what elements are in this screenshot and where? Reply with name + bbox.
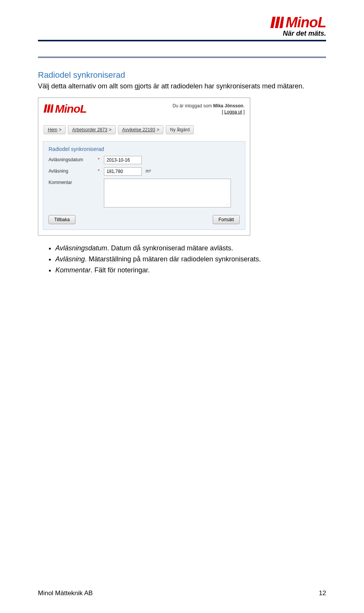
app-screenshot: MinoL Du är inloggad som Mika Jönsson. [… (38, 97, 250, 236)
user-suffix: . (243, 103, 245, 108)
breadcrumb: Hem > Arbetsorder 2873 > Avvikelse 22193… (38, 117, 250, 139)
list-item: Avläsning. Mätarställning på mätaren där… (55, 254, 326, 264)
logout-link[interactable]: Logga ut (224, 109, 242, 115)
header-rule-thin (38, 57, 326, 58)
label-reading-date: Avläsningsdatum (49, 156, 98, 162)
chevron-right-icon: > (109, 127, 111, 132)
logo-stripes-icon (270, 17, 284, 28)
required-marker (98, 179, 104, 180)
required-marker: * (98, 167, 104, 174)
list-item: Kommentar. Fält för noteringar. (55, 265, 326, 275)
section-title: Radiodel synkroniserad (38, 70, 326, 80)
comment-input[interactable] (104, 179, 231, 207)
breadcrumb-label: Hem (48, 127, 57, 132)
svg-marker-1 (275, 17, 280, 28)
svg-marker-3 (44, 104, 47, 113)
bullet-term: Avläsning (55, 255, 85, 263)
svg-marker-4 (47, 104, 51, 113)
breadcrumb-label: Arbetsorder 2873 (72, 127, 107, 132)
required-marker: * (98, 156, 104, 162)
reading-input[interactable] (104, 167, 142, 176)
chevron-right-icon: > (59, 127, 61, 132)
form-title: Radiodel synkroniserad (49, 146, 240, 152)
breadcrumb-label: Avvikelse 22193 (122, 127, 155, 132)
resize-grip-icon[interactable]: ⋰ (226, 203, 229, 207)
svg-marker-0 (270, 17, 276, 28)
svg-marker-5 (50, 104, 53, 113)
app-logo-text: MinoL (55, 102, 86, 115)
chevron-right-icon: > (157, 127, 159, 132)
logo-tagline: När det mäts. (270, 30, 326, 38)
logo-stripes-icon (44, 104, 53, 114)
svg-marker-2 (279, 17, 284, 28)
next-button[interactable]: Fortsätt (213, 215, 240, 224)
section-description: Välj detta alternativ om allt som gjorts… (38, 82, 326, 91)
page-footer: Minol Mätteknik AB 12 (38, 589, 326, 597)
breadcrumb-item[interactable]: Ny åtgärd (166, 125, 194, 134)
logo-text: MinoL (286, 15, 326, 30)
bullet-term: Avläsningsdatum (55, 244, 107, 252)
logout-bracket-open: [ (222, 109, 223, 115)
header-rule-thick (38, 40, 326, 41)
logout-bracket-close: ] (243, 109, 245, 115)
bullet-desc: . Datum då synkroniserad mätare avlästs. (107, 244, 233, 252)
breadcrumb-label: Ny åtgärd (170, 127, 190, 132)
list-item: Avläsningsdatum. Datum då synkroniserad … (55, 243, 326, 253)
reading-date-input[interactable] (104, 156, 142, 164)
bullet-desc: . Fält för noteringar. (91, 266, 150, 274)
page-header: MinoL När det mäts. (38, 15, 326, 38)
breadcrumb-item[interactable]: Arbetsorder 2873 > (68, 125, 116, 134)
label-reading: Avläsning (49, 167, 98, 174)
breadcrumb-item[interactable]: Hem > (44, 125, 66, 134)
description-list: Avläsningsdatum. Datum då synkroniserad … (55, 243, 326, 275)
breadcrumb-item[interactable]: Avvikelse 22193 > (118, 125, 163, 134)
footer-page-number: 12 (319, 589, 326, 597)
back-button[interactable]: Tillbaka (49, 215, 75, 224)
reading-unit: m³ (146, 167, 151, 174)
brand-logo: MinoL När det mäts. (270, 15, 326, 38)
user-info: Du är inloggad som Mika Jönsson. [ Logga… (173, 103, 245, 116)
bullet-term: Kommentar (55, 266, 91, 274)
label-comment: Kommentar (49, 179, 98, 185)
bullet-desc: . Mätarställning på mätaren där radiodel… (85, 255, 261, 263)
footer-company: Minol Mätteknik AB (38, 589, 93, 597)
user-name: Mika Jönsson (213, 103, 243, 108)
user-prefix: Du är inloggad som (173, 103, 212, 108)
form-panel: Radiodel synkroniserad Avläsningsdatum *… (43, 141, 245, 230)
app-logo: MinoL (44, 102, 86, 115)
